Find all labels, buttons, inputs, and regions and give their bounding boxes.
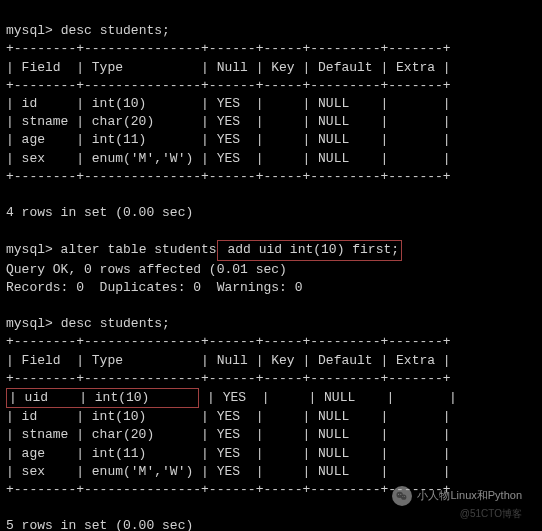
query-ok: Query OK, 0 rows affected (0.01 sec)	[6, 262, 287, 277]
terminal-output: mysql> desc students; +--------+--------…	[6, 4, 536, 531]
table-sep: +--------+---------------+------+-----+-…	[6, 41, 451, 56]
table-row-rest: | YES | | NULL | |	[199, 390, 456, 405]
svg-point-1	[402, 495, 407, 500]
table-row: | stname | char(20) | YES | | NULL | |	[6, 114, 451, 129]
table-row: | stname | char(20) | YES | | NULL | |	[6, 427, 451, 442]
svg-point-4	[403, 496, 404, 497]
table-row: | age | int(11) | YES | | NULL | |	[6, 132, 451, 147]
svg-point-3	[401, 494, 402, 495]
table-sep: +--------+---------------+------+-----+-…	[6, 78, 451, 93]
wechat-icon	[392, 486, 412, 506]
svg-point-5	[405, 496, 406, 497]
table-row: | age | int(11) | YES | | NULL | |	[6, 446, 451, 461]
command-desc: desc students;	[61, 316, 170, 331]
table-row: | id | int(10) | YES | | NULL | |	[6, 409, 451, 424]
table-sep: +--------+---------------+------+-----+-…	[6, 482, 451, 497]
watermark: 小人物Linux和Python	[392, 486, 522, 506]
highlighted-uid-row: | uid | int(10)	[6, 388, 199, 408]
result-summary: 4 rows in set (0.00 sec)	[6, 205, 193, 220]
prompt: mysql>	[6, 242, 53, 257]
highlighted-alter-clause: add uid int(10) first;	[217, 240, 402, 260]
table-sep: +--------+---------------+------+-----+-…	[6, 334, 451, 349]
result-summary: 5 rows in set (0.00 sec)	[6, 518, 193, 531]
svg-point-2	[398, 494, 399, 495]
table-sep: +--------+---------------+------+-----+-…	[6, 371, 451, 386]
command-desc: desc students;	[61, 23, 170, 38]
prompt: mysql>	[6, 316, 53, 331]
records-line: Records: 0 Duplicates: 0 Warnings: 0	[6, 280, 302, 295]
table-row: | id | int(10) | YES | | NULL | |	[6, 96, 451, 111]
table-sep: +--------+---------------+------+-----+-…	[6, 169, 451, 184]
table-row: | sex | enum('M','W') | YES | | NULL | |	[6, 464, 451, 479]
watermark-sub: @51CTO博客	[460, 507, 522, 521]
watermark-text: 小人物Linux和Python	[417, 488, 522, 503]
command-alter-prefix: alter table students	[53, 242, 217, 257]
table-row: | sex | enum('M','W') | YES | | NULL | |	[6, 151, 451, 166]
table-header: | Field | Type | Null | Key | Default | …	[6, 353, 451, 368]
prompt: mysql>	[6, 23, 53, 38]
table-header: | Field | Type | Null | Key | Default | …	[6, 60, 451, 75]
